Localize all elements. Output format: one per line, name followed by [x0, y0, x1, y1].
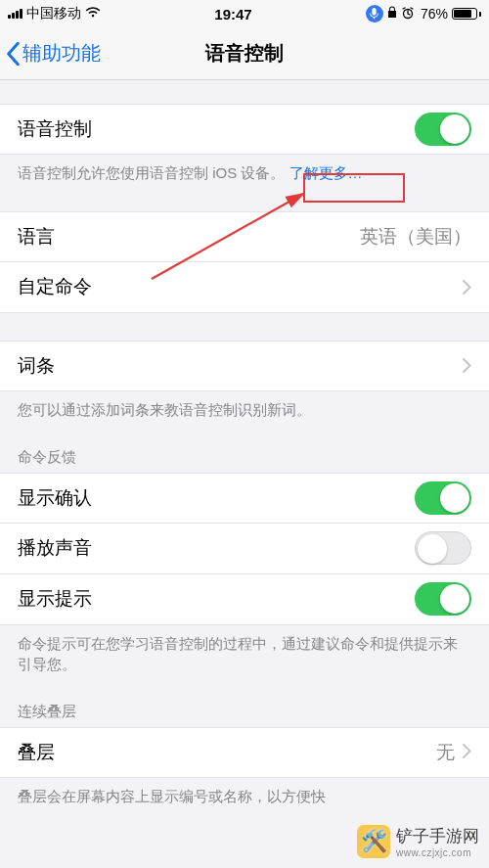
overlay-label: 叠层: [18, 740, 55, 765]
carrier-label: 中国移动: [26, 5, 81, 23]
chevron-right-icon: [463, 358, 471, 373]
play-sound-row: 播放声音: [0, 524, 489, 574]
vocabulary-row[interactable]: 词条: [0, 341, 489, 391]
watermark-logo-icon: 🛠️: [357, 825, 390, 858]
vocabulary-label: 词条: [18, 353, 55, 379]
battery-percent: 76%: [421, 6, 448, 22]
watermark: 🛠️ 铲子手游网 www.czjxjc.com: [357, 825, 479, 858]
language-value: 英语（美国）: [360, 224, 471, 250]
nav-header: 辅助功能 语音控制: [0, 27, 489, 80]
chevron-right-icon: [463, 280, 471, 295]
overlay-header: 连续叠层: [0, 703, 489, 727]
show-hints-toggle[interactable]: [415, 582, 471, 616]
voice-control-row: 语音控制: [0, 104, 489, 155]
show-hints-row: 显示提示: [0, 574, 489, 625]
status-time: 19:47: [214, 6, 251, 23]
voice-control-label: 语音控制: [18, 116, 92, 142]
watermark-brand: 铲子手游网: [396, 827, 479, 845]
battery-icon: [452, 8, 481, 20]
overlay-row[interactable]: 叠层 无: [0, 727, 489, 778]
learn-more-link[interactable]: 了解更多…: [289, 164, 363, 181]
feedback-header: 命令反馈: [0, 448, 489, 473]
signal-icon: [8, 9, 22, 19]
voice-control-toggle[interactable]: [415, 113, 471, 146]
back-label: 辅助功能: [22, 40, 101, 67]
voice-control-footer: 语音控制允许您使用语音控制 iOS 设备。 了解更多…: [0, 155, 489, 184]
status-bar: 中国移动 19:47 76%: [0, 0, 489, 27]
show-hints-label: 显示提示: [18, 586, 92, 612]
chevron-right-icon: [463, 742, 471, 763]
watermark-url: www.czjxjc.com: [396, 847, 479, 858]
wifi-icon: [85, 6, 101, 22]
show-confirm-label: 显示确认: [18, 485, 92, 511]
show-confirm-row: 显示确认: [0, 473, 489, 524]
language-row[interactable]: 语言 英语（美国）: [0, 211, 489, 262]
voice-control-indicator-icon: [366, 5, 383, 23]
orientation-lock-icon: [387, 6, 397, 22]
back-button[interactable]: 辅助功能: [6, 27, 101, 79]
vocabulary-footer: 您可以通过添加词条来教语音控制识别新词。: [0, 391, 489, 421]
show-confirm-toggle[interactable]: [415, 481, 471, 515]
custom-commands-row[interactable]: 自定命令: [0, 262, 489, 313]
play-sound-toggle[interactable]: [415, 531, 471, 565]
overlay-footer: 叠层会在屏幕内容上显示编号或名称，以方便快: [0, 778, 489, 807]
settings-content: 语音控制 语音控制允许您使用语音控制 iOS 设备。 了解更多… 语言 英语（美…: [0, 80, 489, 868]
play-sound-label: 播放声音: [18, 535, 92, 561]
custom-commands-label: 自定命令: [18, 274, 92, 299]
overlay-value: 无: [436, 740, 455, 765]
alarm-icon: [401, 6, 415, 23]
feedback-footer: 命令提示可在您学习语音控制的过程中，通过建议命令和提供提示来引导您。: [0, 625, 489, 676]
language-label: 语言: [18, 224, 55, 250]
page-title: 语音控制: [205, 40, 284, 67]
